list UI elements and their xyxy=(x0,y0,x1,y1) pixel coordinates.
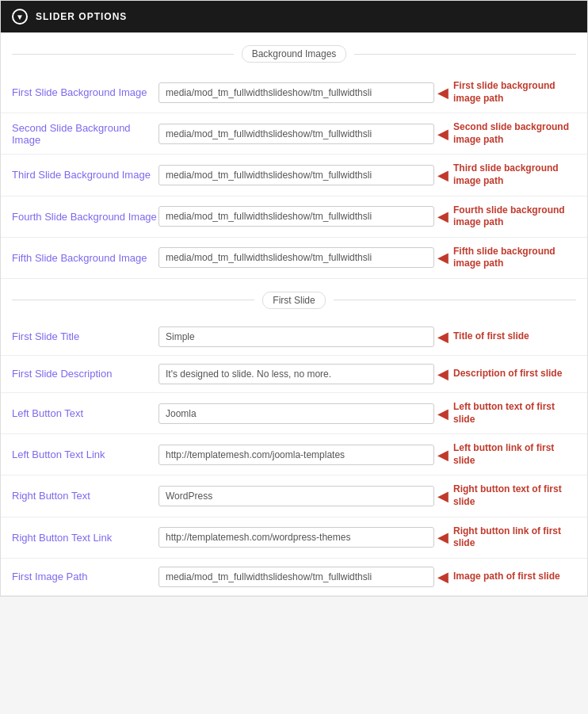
collapse-icon[interactable]: ▼ xyxy=(12,9,28,25)
divider-line-right xyxy=(354,54,576,55)
arrow-icon-left-btn-link: ◀ xyxy=(437,446,449,464)
form-row-first-slide-desc: First Slide Description ◀ Description of… xyxy=(1,356,587,393)
label-fifth-bg: Fifth Slide Background Image xyxy=(12,252,158,264)
label-first-image-path: First Image Path xyxy=(12,571,158,582)
annotation-first-slide-title: Title of first slide xyxy=(453,330,576,343)
input-container-right-btn-link: ◀ Right button link of first slide xyxy=(158,525,576,550)
arrow-icon-fourth-bg: ◀ xyxy=(437,208,449,225)
arrow-icon-third-bg: ◀ xyxy=(437,166,449,184)
arrow-icon-first-bg: ◀ xyxy=(437,84,449,101)
arrow-icon-left-btn-text: ◀ xyxy=(437,405,449,422)
input-first-bg[interactable] xyxy=(158,82,434,103)
input-container-left-btn-text: ◀ Left button text of first slide xyxy=(158,401,576,426)
input-container-first-slide-desc: ◀ Description of first slide xyxy=(158,364,576,384)
label-first-slide-desc: First Slide Description xyxy=(12,368,158,380)
form-row-second-bg: Second Slide Background Image ◀ Second s… xyxy=(1,113,587,155)
input-container-first-bg: ◀ First slide background image path xyxy=(158,80,576,105)
label-second-bg: Second Slide Background Image xyxy=(12,122,158,146)
panel-body: Background Images First Slide Background… xyxy=(1,32,587,596)
annotation-first-bg: First slide background image path xyxy=(453,80,576,105)
divider-line-left xyxy=(12,300,254,300)
input-right-btn-text[interactable] xyxy=(158,486,434,506)
input-container-first-slide-title: ◀ Title of first slide xyxy=(158,326,576,347)
annotation-second-bg: Second slide background image path xyxy=(453,121,576,146)
annotation-fourth-bg: Fourth slide background image path xyxy=(453,204,576,229)
annotation-left-btn-link: Left button link of first slide xyxy=(453,442,576,467)
arrow-icon-first-slide-desc: ◀ xyxy=(437,365,449,383)
annotation-third-bg: Third slide background image path xyxy=(453,162,576,187)
input-first-slide-title[interactable] xyxy=(158,326,434,347)
input-container-right-btn-text: ◀ Right button text of first slide xyxy=(158,483,576,508)
input-container-second-bg: ◀ Second slide background image path xyxy=(158,121,576,146)
form-row-first-bg: First Slide Background Image ◀ First sli… xyxy=(1,72,587,113)
input-container-first-image-path: ◀ Image path of first slide xyxy=(158,567,576,587)
form-row-right-btn-link: Right Button Text Link ◀ Right button li… xyxy=(1,517,587,559)
arrow-icon-second-bg: ◀ xyxy=(437,125,449,143)
input-container-left-btn-link: ◀ Left button link of first slide xyxy=(158,442,576,467)
arrow-icon-right-btn-text: ◀ xyxy=(437,487,449,505)
input-left-btn-text[interactable] xyxy=(158,403,434,424)
form-row-first-slide-title: First Slide Title ◀ Title of first slide xyxy=(1,319,587,356)
form-row-first-image-path: First Image Path ◀ Image path of first s… xyxy=(1,559,587,596)
form-row-fifth-bg: Fifth Slide Background Image ◀ Fifth sli… xyxy=(1,238,587,279)
label-right-btn-link: Right Button Text Link xyxy=(12,532,158,544)
input-fifth-bg[interactable] xyxy=(158,247,434,268)
label-third-bg: Third Slide Background Image xyxy=(12,169,158,181)
arrow-icon-first-image-path: ◀ xyxy=(437,568,449,586)
annotation-first-image-path: Image path of first slide xyxy=(453,571,576,583)
section-divider-first-slide: First Slide xyxy=(1,279,587,319)
input-second-bg[interactable] xyxy=(158,124,434,144)
input-first-image-path[interactable] xyxy=(158,567,434,587)
label-right-btn-text: Right Button Text xyxy=(12,490,158,502)
annotation-fifth-bg: Fifth slide background image path xyxy=(453,246,576,270)
section-divider-background-images: Background Images xyxy=(1,32,587,72)
annotation-right-btn-link: Right button link of first slide xyxy=(453,525,576,550)
form-row-third-bg: Third Slide Background Image ◀ Third sli… xyxy=(1,155,587,196)
divider-line-right xyxy=(334,300,576,300)
annotation-right-btn-text: Right button text of first slide xyxy=(453,483,576,508)
input-container-fourth-bg: ◀ Fourth slide background image path xyxy=(158,204,576,229)
panel-header: ▼ SLIDER OPTIONS xyxy=(1,1,587,32)
label-left-btn-link: Left Button Text Link xyxy=(12,449,158,460)
label-first-bg: First Slide Background Image xyxy=(12,86,158,98)
input-third-bg[interactable] xyxy=(158,165,434,185)
form-row-fourth-bg: Fourth Slide Background Image ◀ Fourth s… xyxy=(1,197,587,238)
form-row-right-btn-text: Right Button Text ◀ Right button text of… xyxy=(1,475,587,517)
input-container-fifth-bg: ◀ Fifth slide background image path xyxy=(158,246,576,270)
annotation-left-btn-text: Left button text of first slide xyxy=(453,401,576,426)
slider-options-panel: ▼ SLIDER OPTIONS Background Images First… xyxy=(0,0,588,597)
label-fourth-bg: Fourth Slide Background Image xyxy=(12,211,158,223)
section-label-first-slide: First Slide xyxy=(262,292,325,309)
panel-title: SLIDER OPTIONS xyxy=(36,11,127,22)
divider-line-left xyxy=(12,54,234,55)
arrow-icon-fifth-bg: ◀ xyxy=(437,249,449,266)
arrow-icon-right-btn-link: ◀ xyxy=(437,529,449,546)
input-fourth-bg[interactable] xyxy=(158,206,434,227)
section-label-background-images: Background Images xyxy=(242,45,347,63)
arrow-icon-first-slide-title: ◀ xyxy=(437,328,449,346)
input-first-slide-desc[interactable] xyxy=(158,364,434,384)
annotation-first-slide-desc: Description of first slide xyxy=(453,368,576,380)
form-row-left-btn-link: Left Button Text Link ◀ Left button link… xyxy=(1,434,587,475)
label-first-slide-title: First Slide Title xyxy=(12,330,158,342)
form-row-left-btn-text: Left Button Text ◀ Left button text of f… xyxy=(1,393,587,434)
input-left-btn-link[interactable] xyxy=(158,445,434,465)
input-container-third-bg: ◀ Third slide background image path xyxy=(158,162,576,187)
input-right-btn-link[interactable] xyxy=(158,527,434,548)
label-left-btn-text: Left Button Text xyxy=(12,407,158,419)
